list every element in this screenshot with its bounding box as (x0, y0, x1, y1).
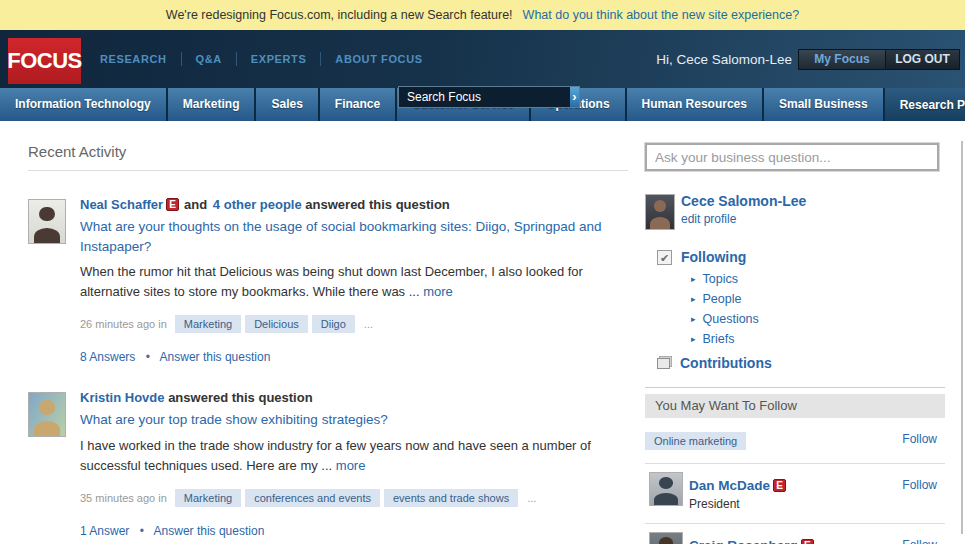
main-nav: RESEARCH Q&A EXPERTS ABOUT FOCUS (100, 30, 423, 88)
avatar[interactable] (645, 194, 675, 230)
following-questions-link[interactable]: Questions (703, 312, 759, 326)
follow-button[interactable]: Follow (902, 432, 937, 446)
my-focus-button[interactable]: My Focus (799, 50, 885, 69)
avatar[interactable] (28, 199, 66, 244)
sidebar: Cece Salomon-Lee edit profile ✔ Followin… (645, 143, 945, 544)
tab-finance[interactable]: Finance (320, 88, 397, 121)
activity-actions: 1 Answer • Answer this question (80, 524, 628, 538)
site-header: FOCUS RESEARCH Q&A EXPERTS ABOUT FOCUS ›… (0, 30, 965, 88)
tab-research-products[interactable]: Research Products (885, 88, 965, 121)
topic-chip[interactable]: events and trade shows (384, 489, 518, 507)
answer-question-link[interactable]: Answer this question (160, 350, 271, 364)
actor-link[interactable]: Kristin Hovde (80, 390, 165, 405)
nav-research[interactable]: RESEARCH (100, 53, 167, 65)
documents-stack-icon (657, 358, 670, 369)
list-item: ▸Briefs (691, 329, 945, 347)
topic-chip[interactable]: Online marketing (645, 432, 746, 450)
dot-separator: • (140, 524, 144, 538)
activity-feed: Recent Activity Neal SchafferEand 4 othe… (28, 143, 628, 538)
more-tags-ellipsis[interactable]: ... (364, 318, 373, 330)
person-title: President (689, 497, 945, 511)
answers-count-link[interactable]: 1 Answer (80, 524, 129, 538)
triangle-bullet-icon: ▸ (691, 314, 696, 324)
search-submit-button[interactable]: › (570, 87, 579, 107)
tab-small-business[interactable]: Small Business (764, 88, 885, 121)
avatar[interactable] (649, 472, 683, 506)
person-name-link[interactable]: Dan McDade (689, 478, 770, 493)
more-link[interactable]: more (423, 284, 453, 299)
answers-count-link[interactable]: 8 Answers (80, 350, 135, 364)
page-title: Recent Activity (28, 143, 628, 160)
list-item: ▸Topics (691, 269, 945, 287)
follow-button[interactable]: Follow (902, 538, 937, 544)
search-input[interactable] (399, 87, 570, 107)
tab-research-products-label: Research Products (900, 89, 965, 121)
page-edge-divider (961, 141, 963, 534)
suggested-topic-row: Online marketing Follow (645, 418, 945, 464)
triangle-bullet-icon: ▸ (691, 294, 696, 304)
tab-information-technology[interactable]: Information Technology (0, 88, 168, 121)
avatar[interactable] (649, 532, 683, 544)
following-link[interactable]: Following (681, 249, 746, 265)
topic-chip[interactable]: Delicious (245, 315, 308, 333)
dot-separator: • (146, 350, 150, 364)
other-people-link[interactable]: 4 other people (213, 197, 302, 212)
nav-about-focus[interactable]: ABOUT FOCUS (335, 53, 422, 65)
logout-button[interactable]: LOG OUT (886, 50, 959, 69)
activity-headline: Neal SchafferEand 4 other people answere… (80, 197, 628, 212)
timestamp: 35 minutes ago in (80, 492, 167, 504)
activity-item: Kristin Hovde answered this question Wha… (28, 390, 628, 538)
sidebar-divider (645, 387, 945, 388)
topic-chip[interactable]: Marketing (175, 315, 241, 333)
snippet-text: When the rumor hit that Delicious was be… (80, 264, 583, 299)
activity-actions: 8 Answers • Answer this question (80, 350, 628, 364)
promo-banner: We're redesigning Focus.com, including a… (0, 0, 965, 30)
contributions-link[interactable]: Contributions (680, 355, 772, 371)
timestamp: 26 minutes ago in (80, 318, 167, 330)
following-list: ▸Topics ▸People ▸Questions ▸Briefs (691, 269, 945, 347)
nav-divider (320, 52, 321, 66)
suggested-person-row: Dan McDadeE President Follow (645, 464, 945, 524)
question-link[interactable]: What are your thoughts on the usage of s… (80, 217, 628, 256)
nav-divider (181, 52, 182, 66)
tab-marketing[interactable]: Marketing (168, 88, 257, 121)
topic-chip[interactable]: Marketing (175, 489, 241, 507)
headline-action: answered this question (305, 197, 449, 212)
profile-name-link[interactable]: Cece Salomon-Lee (681, 193, 945, 209)
following-briefs-link[interactable]: Briefs (703, 332, 735, 346)
nav-qa[interactable]: Q&A (196, 53, 222, 65)
suggested-person-row: Craig RosenbergE Leader, Focus Expert Ne… (645, 524, 945, 544)
headline-text: and (184, 197, 207, 212)
focus-logo[interactable]: FOCUS (8, 38, 81, 84)
suggestions-header: You May Want To Follow (645, 394, 945, 418)
topic-chip[interactable]: conferences and events (245, 489, 380, 507)
activity-item: Neal SchafferEand 4 other people answere… (28, 197, 628, 364)
more-link[interactable]: more (336, 458, 366, 473)
expert-badge: E (773, 479, 786, 492)
avatar[interactable] (28, 392, 66, 437)
answer-question-link[interactable]: Answer this question (154, 524, 265, 538)
nav-experts[interactable]: EXPERTS (251, 53, 307, 65)
profile-card: Cece Salomon-Lee edit profile (645, 193, 945, 231)
more-tags-ellipsis[interactable]: ... (527, 492, 536, 504)
edit-profile-link[interactable]: edit profile (681, 212, 736, 226)
tab-sales[interactable]: Sales (256, 88, 319, 121)
following-people-link[interactable]: People (703, 292, 742, 306)
question-link[interactable]: What are your top trade show exhibiting … (80, 410, 628, 430)
actor-link[interactable]: Neal Schaffer (80, 197, 163, 212)
following-topics-link[interactable]: Topics (703, 272, 738, 286)
list-item: ▸People (691, 289, 945, 307)
search-arrow-icon: › (572, 89, 576, 104)
session-buttons: My Focus LOG OUT (798, 49, 960, 70)
nav-divider (236, 52, 237, 66)
person-name-link[interactable]: Craig Rosenberg (689, 538, 798, 544)
checkbox-checked-icon[interactable]: ✔ (657, 250, 672, 265)
tab-human-resources[interactable]: Human Resources (627, 88, 764, 121)
ask-question-input[interactable] (645, 143, 939, 171)
promo-feedback-link[interactable]: What do you think about the new site exp… (523, 8, 800, 22)
follow-button[interactable]: Follow (902, 478, 937, 492)
topic-chip[interactable]: Diigo (312, 315, 355, 333)
title-divider (28, 170, 628, 171)
contributions-row: Contributions (657, 355, 945, 371)
answer-snippet: When the rumor hit that Delicious was be… (80, 262, 612, 302)
